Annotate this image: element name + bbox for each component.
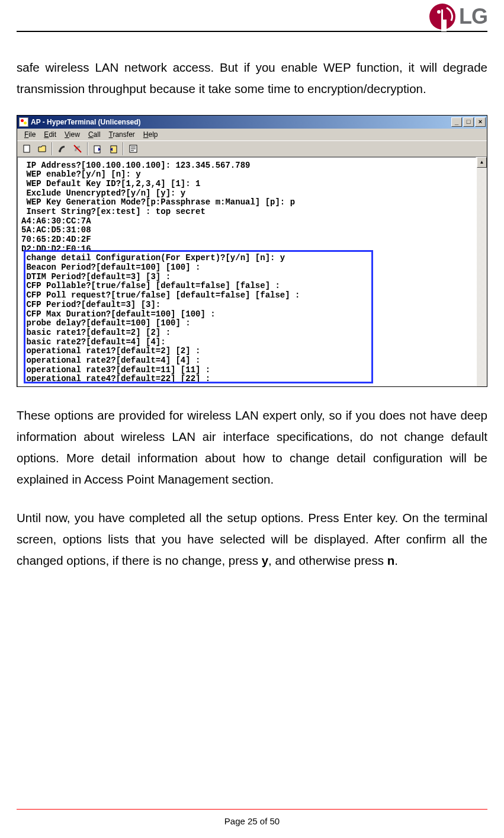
menu-view[interactable]: View xyxy=(61,130,84,139)
svg-line-2 xyxy=(74,145,81,152)
scroll-track[interactable] xyxy=(477,168,487,386)
menu-bar: File Edit View Call Transfer Help xyxy=(17,129,487,140)
hyperterminal-window: AP - HyperTerminal (Unlicensed) _ □ × Fi… xyxy=(17,115,487,387)
key-n: n xyxy=(387,554,395,567)
window-titlebar[interactable]: AP - HyperTerminal (Unlicensed) _ □ × xyxy=(17,116,487,129)
toolbar xyxy=(17,140,487,157)
menu-edit[interactable]: Edit xyxy=(40,130,60,139)
lg-face-icon xyxy=(429,4,455,30)
page-header: LG xyxy=(17,0,487,30)
menu-file[interactable]: File xyxy=(21,130,39,139)
app-icon xyxy=(19,117,28,127)
toolbar-disconnect-icon[interactable] xyxy=(70,142,85,155)
terminal-output[interactable]: IP Address?[100.100.100.100]: 123.345.56… xyxy=(17,157,476,386)
key-y: y xyxy=(262,554,268,567)
svg-point-1 xyxy=(59,150,61,152)
paragraph-3c: . xyxy=(394,554,398,567)
expert-config-highlight xyxy=(24,250,373,383)
menu-help[interactable]: Help xyxy=(140,130,162,139)
maximize-button[interactable]: □ xyxy=(463,117,474,127)
toolbar-send-icon[interactable] xyxy=(91,142,105,155)
page-number: Page 25 of 50 xyxy=(0,816,504,826)
menu-call[interactable]: Call xyxy=(85,130,104,139)
lg-logo-text: LG xyxy=(459,4,487,29)
header-rule xyxy=(17,31,487,32)
toolbar-open-icon[interactable] xyxy=(35,142,49,155)
toolbar-receive-icon[interactable] xyxy=(106,142,120,155)
close-button[interactable]: × xyxy=(475,117,486,127)
paragraph-3b: , and otherwise press xyxy=(268,554,387,567)
footer-rule xyxy=(17,809,487,810)
minimize-button[interactable]: _ xyxy=(451,117,462,127)
toolbar-new-icon[interactable] xyxy=(20,142,34,155)
scroll-up-button[interactable]: ▲ xyxy=(477,157,487,168)
lg-logo: LG xyxy=(429,4,487,30)
vertical-scrollbar[interactable]: ▲ xyxy=(476,157,487,386)
paragraph-3a: Until now, you have completed all the se… xyxy=(17,511,487,567)
paragraph-3: Until now, you have completed all the se… xyxy=(17,507,487,571)
document-page: LG safe wireless LAN network access. But… xyxy=(0,0,504,838)
paragraph-2: These options are provided for wireless … xyxy=(17,405,487,490)
svg-rect-0 xyxy=(24,145,30,152)
paragraph-1: safe wireless LAN network access. But if… xyxy=(17,57,487,100)
toolbar-properties-icon[interactable] xyxy=(126,142,140,155)
toolbar-connect-icon[interactable] xyxy=(55,142,69,155)
menu-transfer[interactable]: Transfer xyxy=(105,130,139,139)
window-title: AP - HyperTerminal (Unlicensed) xyxy=(31,118,141,126)
